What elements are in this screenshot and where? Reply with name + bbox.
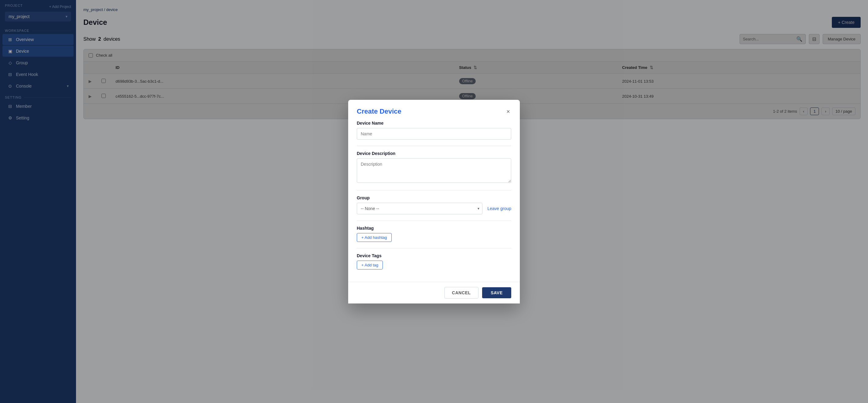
device-description-label: Device Description xyxy=(357,151,511,156)
modal-title: Create Device xyxy=(357,107,402,115)
modal-overlay: Create Device × Device Name Device Descr… xyxy=(76,0,868,403)
modal-close-button[interactable]: × xyxy=(505,107,511,116)
add-hashtag-button[interactable]: + Add hashtag xyxy=(357,233,392,242)
hashtag-form-group: Hashtag + Add hashtag xyxy=(357,226,511,242)
cancel-button[interactable]: CANCEL xyxy=(444,287,478,299)
leave-group-link[interactable]: Leave group xyxy=(487,206,511,211)
group-form-group: Group -- None -- ▾ Leave group xyxy=(357,195,511,214)
device-description-group: Device Description xyxy=(357,151,511,184)
device-name-group: Device Name xyxy=(357,121,511,140)
main-content: my_project / device Device + Create Show… xyxy=(76,0,868,403)
group-row: -- None -- ▾ Leave group xyxy=(357,203,511,214)
device-tags-label: Device Tags xyxy=(357,253,511,258)
group-select-wrapper: -- None -- ▾ xyxy=(357,203,483,214)
divider-4 xyxy=(357,248,511,248)
add-tag-button[interactable]: + Add tag xyxy=(357,261,383,269)
group-label: Group xyxy=(357,195,511,200)
modal-header: Create Device × xyxy=(348,100,520,121)
device-name-label: Device Name xyxy=(357,121,511,126)
divider-1 xyxy=(357,146,511,146)
device-tags-form-group: Device Tags + Add tag xyxy=(357,253,511,269)
save-button[interactable]: SAVE xyxy=(482,287,511,298)
device-name-input[interactable] xyxy=(357,128,511,140)
modal-body: Device Name Device Description Group xyxy=(348,121,520,282)
device-description-textarea[interactable] xyxy=(357,158,511,183)
divider-2 xyxy=(357,190,511,191)
group-select[interactable]: -- None -- xyxy=(357,203,483,214)
create-device-modal: Create Device × Device Name Device Descr… xyxy=(348,100,520,303)
hashtag-label: Hashtag xyxy=(357,226,511,231)
divider-3 xyxy=(357,221,511,221)
modal-footer: CANCEL SAVE xyxy=(348,282,520,303)
